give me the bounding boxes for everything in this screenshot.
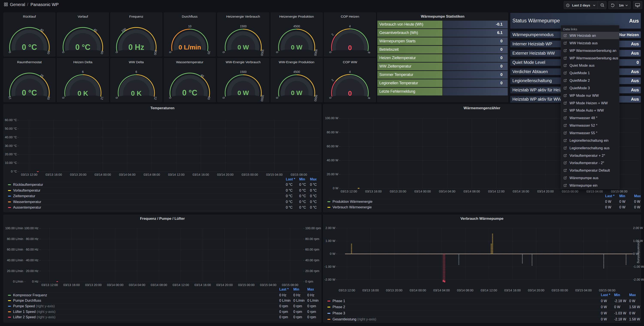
- svg-text:0 Hz: 0 Hz: [128, 43, 144, 52]
- svg-text:2: 2: [330, 78, 334, 82]
- svg-text:8: 8: [367, 97, 371, 99]
- svg-text:0: 0: [62, 97, 65, 99]
- svg-text:30: 30: [46, 96, 50, 100]
- svg-text:6: 6: [136, 70, 137, 74]
- svg-text:4500: 4500: [293, 70, 300, 74]
- svg-text:40: 40: [40, 28, 44, 33]
- svg-text:0 °C: 0 °C: [22, 43, 37, 52]
- svg-text:0: 0: [115, 51, 118, 53]
- svg-text:0 L/min: 0 L/min: [178, 44, 201, 51]
- svg-text:10: 10: [188, 25, 192, 28]
- svg-text:0 W: 0 W: [238, 44, 249, 51]
- svg-text:0: 0: [222, 97, 226, 99]
- svg-text:4: 4: [349, 70, 351, 74]
- svg-text:40: 40: [93, 28, 98, 33]
- svg-text:1500: 1500: [240, 25, 246, 28]
- svg-text:25: 25: [40, 73, 44, 78]
- svg-text:1500: 1500: [240, 70, 246, 74]
- svg-text:60: 60: [207, 96, 211, 100]
- svg-text:300: 300: [153, 50, 158, 55]
- svg-text:0 °C: 0 °C: [22, 88, 37, 97]
- svg-text:4: 4: [349, 25, 351, 28]
- svg-text:0 K: 0 K: [78, 89, 88, 97]
- svg-text:2: 2: [330, 33, 334, 36]
- svg-text:0 W: 0 W: [291, 89, 302, 96]
- svg-text:60: 60: [100, 51, 104, 54]
- svg-text:15: 15: [8, 96, 12, 100]
- svg-text:100: 100: [121, 27, 127, 33]
- svg-text:12: 12: [154, 96, 157, 100]
- svg-text:0: 0: [348, 89, 352, 97]
- svg-text:0: 0: [328, 51, 332, 53]
- svg-text:0 °C: 0 °C: [75, 43, 90, 52]
- svg-text:0 W: 0 W: [291, 44, 302, 51]
- svg-text:8: 8: [367, 51, 371, 54]
- svg-text:0: 0: [275, 51, 279, 53]
- svg-text:4500: 4500: [293, 25, 300, 28]
- svg-text:0: 0: [62, 51, 65, 53]
- svg-text:20: 20: [207, 51, 211, 54]
- svg-text:0 °C: 0 °C: [182, 88, 197, 97]
- svg-text:0: 0: [348, 44, 352, 52]
- svg-text:6: 6: [82, 70, 84, 74]
- svg-text:40: 40: [200, 73, 204, 78]
- svg-text:0 W: 0 W: [238, 89, 249, 96]
- svg-text:0: 0: [168, 97, 172, 99]
- svg-text:0: 0: [115, 97, 118, 99]
- svg-text:0: 0: [8, 51, 12, 53]
- svg-text:60: 60: [46, 51, 50, 54]
- svg-text:0: 0: [222, 51, 226, 53]
- svg-text:0: 0: [168, 51, 172, 53]
- svg-text:0: 0: [275, 97, 279, 99]
- svg-text:0 K: 0 K: [131, 89, 142, 97]
- svg-text:0: 0: [328, 97, 332, 99]
- svg-text:12: 12: [100, 96, 104, 100]
